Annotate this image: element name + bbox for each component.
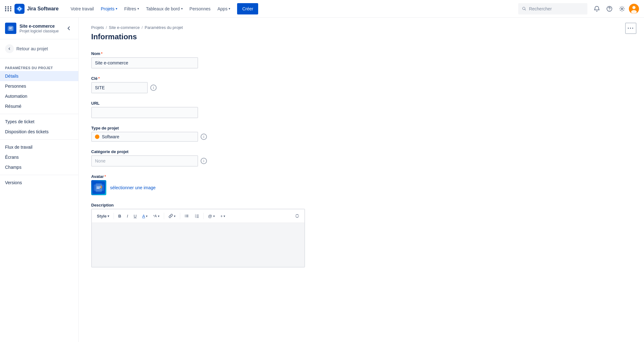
plus-icon: + <box>220 214 223 218</box>
nom-required: * <box>101 51 103 56</box>
cle-info-icon[interactable]: i <box>150 85 157 91</box>
settings-button[interactable] <box>616 3 628 14</box>
toolbar-list-ol-button[interactable]: 1. 2. 3. <box>192 211 202 221</box>
form-group-nom: Nom * <box>91 51 305 69</box>
description-body[interactable] <box>92 223 304 267</box>
sidebar-item-types-ticket[interactable]: Types de ticket <box>0 117 78 127</box>
sidebar-item-automation[interactable]: Automation <box>0 91 78 101</box>
categorie-field[interactable]: None <box>91 155 198 167</box>
back-to-project[interactable]: Retour au projet <box>0 42 78 56</box>
nav-filtres[interactable]: Filtres ▾ <box>121 3 142 15</box>
sidebar-item-versions[interactable]: Versions <box>0 178 78 188</box>
sidebar-project-name: Site e-commerce <box>19 23 59 29</box>
avatar-select-link[interactable]: sélectionner une image <box>110 185 156 190</box>
toolbar-more-button[interactable]: + ▾ <box>218 211 228 221</box>
toolbar-mention-button[interactable]: @ ▾ <box>206 211 217 221</box>
svg-point-6 <box>632 6 636 9</box>
cle-required: * <box>98 76 100 81</box>
bell-icon <box>594 6 600 12</box>
form-container: Nom * Clé * i URL <box>91 51 305 268</box>
breadcrumb-site-ecommerce[interactable]: Site e-commerce <box>109 25 140 30</box>
help-button[interactable] <box>604 3 615 14</box>
search-box[interactable] <box>518 3 587 14</box>
categorie-label: Catégorie de projet <box>91 149 305 154</box>
mention-chevron-icon: ▾ <box>213 214 215 218</box>
project-info: Site e-commerce Projet logiciel classiqu… <box>19 23 59 33</box>
breadcrumb-current: Paramètres du projet <box>145 25 183 30</box>
nav-projets[interactable]: Projets ▾ <box>97 3 120 15</box>
gear-icon <box>619 6 625 12</box>
toolbar-bold-button[interactable]: B <box>116 211 124 221</box>
toolbar-fontsize-button[interactable]: ᵃA ▾ <box>151 211 162 221</box>
sidebar-navigation: Retour au projet Paramètres du projet Dé… <box>0 39 78 342</box>
toolbar-collapse-button[interactable] <box>292 211 302 221</box>
sidebar-item-ecrans[interactable]: Écrans <box>0 152 78 162</box>
toolbar-color-button[interactable]: A ▾ <box>140 211 150 221</box>
url-input[interactable] <box>91 107 198 118</box>
cle-input[interactable] <box>91 82 148 93</box>
filtres-chevron-icon: ▾ <box>137 7 139 10</box>
app-layout: Site e-commerce Projet logiciel classiqu… <box>0 18 644 342</box>
form-group-url: URL <box>91 101 305 118</box>
type-info-icon[interactable]: i <box>201 134 207 140</box>
categorie-input-row: None i <box>91 155 305 167</box>
form-group-cle: Clé * i <box>91 76 305 93</box>
page-title: Informations <box>91 32 631 41</box>
avatar-row: sélectionner une image <box>91 180 305 195</box>
cle-label: Clé * <box>91 76 305 81</box>
back-label: Retour au projet <box>16 46 48 51</box>
toolbar-italic-button[interactable]: I <box>124 211 130 221</box>
svg-point-11 <box>7 47 12 51</box>
sidebar-item-disposition[interactable]: Disposition des tickets <box>0 127 78 137</box>
fontsize-chevron-icon: ▾ <box>158 214 159 218</box>
more-options-button[interactable]: ··· <box>625 23 636 34</box>
apps-chevron-icon: ▾ <box>229 7 230 10</box>
search-input[interactable] <box>529 6 584 11</box>
toolbar-underline-button[interactable]: U <box>131 211 139 221</box>
type-label: Type de projet <box>91 126 305 130</box>
chevron-left-icon <box>66 26 71 31</box>
breadcrumb: Projets / Site e-commerce / Paramètres d… <box>91 25 631 30</box>
toolbar-sep-4 <box>203 213 204 219</box>
nom-input[interactable] <box>91 57 198 69</box>
breadcrumb-sep-1: / <box>106 25 107 30</box>
toolbar-style-button[interactable]: Style ▾ <box>94 211 112 221</box>
svg-text:3.: 3. <box>195 216 196 218</box>
sidebar-divider-1 <box>0 58 78 58</box>
svg-rect-10 <box>8 26 13 31</box>
avatar-preview <box>91 180 106 195</box>
nav-apps[interactable]: Apps ▾ <box>214 3 233 15</box>
svg-point-7 <box>631 10 637 14</box>
sidebar-collapse-button[interactable] <box>64 24 73 33</box>
avatar-preview-icon <box>92 181 105 194</box>
user-avatar[interactable] <box>629 4 639 14</box>
sidebar-item-flux[interactable]: Flux de travail <box>0 142 78 152</box>
jira-logo[interactable]: Jira Software <box>14 4 58 14</box>
sidebar-item-details[interactable]: Détails <box>0 71 78 81</box>
nav-tableaux[interactable]: Tableaux de bord ▾ <box>143 3 186 15</box>
toolbar-link-button[interactable]: ▾ <box>166 211 178 221</box>
notifications-button[interactable] <box>591 3 602 14</box>
sidebar-item-personnes[interactable]: Personnes <box>0 81 78 91</box>
top-navigation: Jira Software Votre travail Projets ▾ Fi… <box>0 0 644 18</box>
sidebar-divider-2 <box>0 114 78 114</box>
avatar-image <box>629 4 639 14</box>
nav-votre-travail[interactable]: Votre travail <box>67 3 97 15</box>
sidebar: Site e-commerce Projet logiciel classiqu… <box>0 18 79 342</box>
type-field[interactable]: Software <box>91 132 198 142</box>
sidebar-divider-4 <box>0 175 78 175</box>
list-ul-icon <box>185 214 189 218</box>
form-group-type: Type de projet Software i <box>91 126 305 142</box>
apps-grid-icon[interactable] <box>5 6 12 11</box>
sidebar-item-resume[interactable]: Résumé <box>0 101 78 111</box>
sidebar-divider-3 <box>0 139 78 140</box>
nav-personnes[interactable]: Personnes <box>186 3 214 15</box>
type-value: Software <box>102 134 194 139</box>
sidebar-item-champs[interactable]: Champs <box>0 162 78 172</box>
toolbar-list-ul-button[interactable] <box>182 211 192 221</box>
breadcrumb-projets[interactable]: Projets <box>91 25 104 30</box>
categorie-info-icon[interactable]: i <box>201 158 207 164</box>
collapse-icon <box>295 214 299 218</box>
main-nav: Votre travail Projets ▾ Filtres ▾ Tablea… <box>67 3 233 15</box>
create-button[interactable]: Créer <box>237 3 258 14</box>
